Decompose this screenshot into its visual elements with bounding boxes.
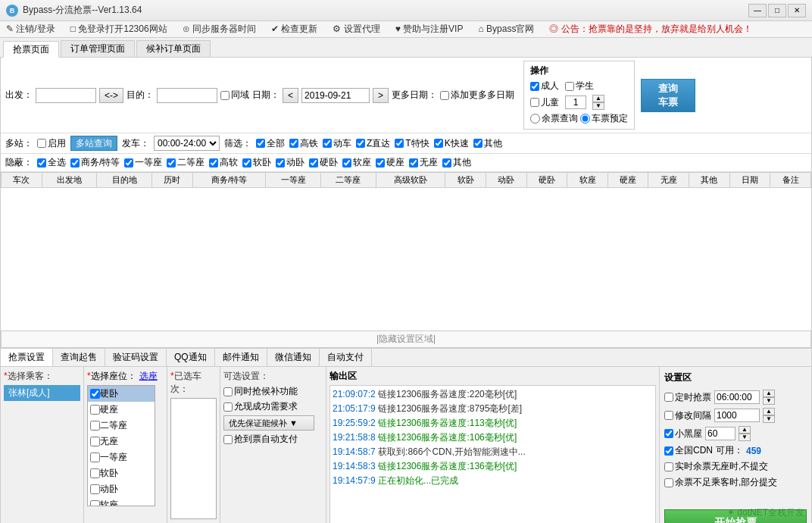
menu-login[interactable]: ✎ 注销/登录: [3, 21, 58, 37]
bottom-tab-email[interactable]: 邮件通知: [215, 349, 267, 366]
bottom-tab-query-start[interactable]: 查询起售: [53, 349, 105, 366]
select-seat-link[interactable]: 选座: [139, 370, 158, 383]
menu-official[interactable]: ⌂ Bypass官网: [475, 21, 537, 37]
minimize-button[interactable]: —: [748, 4, 767, 17]
child-increment[interactable]: ▲: [592, 95, 604, 102]
seat-yingzuo-check[interactable]: 硬座: [376, 156, 404, 169]
filter-other-check[interactable]: 其他: [473, 137, 502, 150]
seat-label: *选择座位：: [87, 370, 136, 383]
seat-option-wuzuo[interactable]: 无座: [88, 434, 155, 449]
bottom-tab-wechat[interactable]: 微信通知: [267, 349, 320, 366]
seat-all-check[interactable]: 全选: [37, 156, 66, 169]
close-button[interactable]: ✕: [788, 4, 806, 17]
tab-waitlist[interactable]: 候补订单页面: [136, 40, 211, 57]
output-line: 21:09:07:2 链接12306服务器速度:220毫秒[优]: [333, 388, 653, 401]
next-date-button[interactable]: >: [373, 88, 389, 103]
seat-multiselect[interactable]: 硬卧 硬座 二等座 无座 一等座 软卧 动卧 软座 商务座 特等座: [87, 385, 155, 506]
child-stepper[interactable]: ▲ ▼: [592, 95, 604, 110]
student-check[interactable]: 学生: [565, 80, 594, 92]
bottom-tab-captcha[interactable]: 验证码设置: [105, 349, 167, 366]
menu-vip[interactable]: ♥ 赞助与注册VIP: [392, 21, 467, 37]
interval-row: 修改间隔 ▲ ▼: [664, 408, 807, 423]
add-more-date-check[interactable]: 添加更多多日期: [440, 89, 514, 102]
swap-button[interactable]: <->: [99, 88, 123, 103]
bottom-tabs: 抢票设置 查询起售 验证码设置 QQ通知 邮件通知 微信通知 自动支付: [1, 349, 811, 367]
passenger-type-row: 成人 学生: [530, 80, 628, 92]
timed-up[interactable]: ▲: [763, 390, 775, 397]
seat-option-second[interactable]: 二等座: [88, 418, 155, 434]
bottom-tab-ticket-settings[interactable]: 抢票设置: [1, 349, 53, 366]
col-dest: 目的地: [97, 173, 152, 188]
train-times-list[interactable]: [170, 398, 217, 519]
seat-option-dongwo[interactable]: 动卧: [88, 481, 155, 497]
blackroom-up[interactable]: ▲: [739, 426, 751, 434]
filter-dongche-check[interactable]: 动车: [323, 137, 351, 150]
seat-ruwo-check[interactable]: 软卧: [242, 156, 271, 169]
seat-option-first[interactable]: 一等座: [88, 449, 155, 465]
menu-check-update[interactable]: ✔ 检查更新: [268, 21, 320, 37]
menu-proxy[interactable]: ⚙ 设置代理: [329, 21, 383, 37]
filter-all-check[interactable]: 全部: [256, 137, 285, 150]
depart-input[interactable]: [36, 88, 96, 103]
passenger-item[interactable]: 张林[成人]: [4, 385, 80, 401]
depart-time-select[interactable]: 00:00-24:00: [154, 136, 220, 151]
interval-up[interactable]: ▲: [763, 408, 775, 415]
filter-tejuai-check[interactable]: T特快: [395, 137, 429, 150]
priority-waitlist-btn[interactable]: 优先保证能候补 ▼: [223, 415, 314, 431]
filter-kuai-check[interactable]: K快速: [434, 137, 469, 150]
child-count-input[interactable]: [565, 96, 586, 109]
multisite-query-button[interactable]: 多站查询: [70, 136, 117, 151]
menu-open-12306[interactable]: □ 免登录打开12306网站: [67, 21, 170, 37]
seat-option-ruozuo[interactable]: 软座: [88, 497, 155, 506]
timed-down[interactable]: ▼: [763, 397, 775, 405]
child-check[interactable]: 儿童: [530, 96, 559, 109]
bottom-section: 抢票设置 查询起售 验证码设置 QQ通知 邮件通知 微信通知 自动支付 *选择乘…: [0, 349, 812, 523]
车票预定-radio[interactable]: 车票预定: [580, 112, 628, 125]
maximize-button[interactable]: □: [768, 4, 786, 17]
dest-input[interactable]: [157, 88, 217, 103]
interval-input[interactable]: [714, 409, 760, 422]
seat-gaoru-check[interactable]: 高软: [209, 156, 238, 169]
seat-shang-check[interactable]: 商务/特等: [70, 156, 120, 169]
blackroom-input[interactable]: [705, 427, 735, 440]
tab-ticket[interactable]: 抢票页面: [3, 41, 59, 58]
blackroom-stepper[interactable]: ▲ ▼: [739, 426, 751, 441]
余票查询-radio[interactable]: 余票查询: [530, 112, 578, 125]
blackroom-down[interactable]: ▼: [739, 434, 751, 441]
seat-ruozuo-check[interactable]: 软座: [342, 156, 371, 169]
title-bar: B Bypass-分流抢票--Ver1.13.64 — □ ✕: [0, 0, 812, 21]
timed-ticket-input[interactable]: [714, 390, 760, 404]
col-duration: 历时: [151, 173, 192, 188]
seat-other-hide-check[interactable]: 其他: [442, 156, 471, 169]
multisite-enable-check[interactable]: 启用: [37, 137, 66, 150]
menu-bar: ✎ 注销/登录 □ 免登录打开12306网站 ⊙ 同步服务器时间 ✔ 检查更新 …: [0, 21, 812, 38]
seat-option-ruwo[interactable]: 软卧: [88, 465, 155, 481]
timed-ticket-stepper[interactable]: ▲ ▼: [763, 390, 775, 405]
child-decrement[interactable]: ▼: [592, 102, 604, 110]
settings-label: 设置区: [664, 371, 807, 384]
date-input[interactable]: [301, 88, 370, 103]
query-ticket-button[interactable]: 查询车票: [641, 79, 695, 112]
menu-sync-time[interactable]: ⊙ 同步服务器时间: [180, 21, 259, 37]
seat-option-yingwo[interactable]: 硬卧: [88, 386, 155, 402]
col-depart: 出发地: [42, 173, 97, 188]
seat-yingwo-check[interactable]: 硬卧: [309, 156, 338, 169]
seat-second-check[interactable]: 二等座: [167, 156, 205, 169]
seat-wuzuo-check[interactable]: 无座: [409, 156, 438, 169]
seat-option-yingzuo[interactable]: 硬座: [88, 402, 155, 418]
interval-down[interactable]: ▼: [763, 415, 775, 423]
adult-check[interactable]: 成人: [530, 80, 559, 92]
filter-label: 筛选：: [224, 137, 251, 150]
hidden-area-toggle[interactable]: |隐藏设置区域|: [1, 331, 811, 348]
filter-gaotie-check[interactable]: 高铁: [289, 137, 318, 150]
bottom-tab-qq[interactable]: QQ通知: [167, 349, 215, 366]
same-city-check[interactable]: 同域: [220, 89, 249, 102]
interval-stepper[interactable]: ▲ ▼: [763, 408, 775, 423]
seat-dongwo-check[interactable]: 动卧: [276, 156, 304, 169]
bottom-tab-autopay[interactable]: 自动支付: [320, 349, 372, 366]
dest-label: 目的：: [126, 89, 154, 102]
prev-date-button[interactable]: <: [283, 88, 298, 103]
filter-zdda-check[interactable]: Z直达: [356, 137, 390, 150]
tab-orders[interactable]: 订单管理页面: [61, 40, 135, 57]
seat-first-check[interactable]: 一等座: [124, 156, 162, 169]
